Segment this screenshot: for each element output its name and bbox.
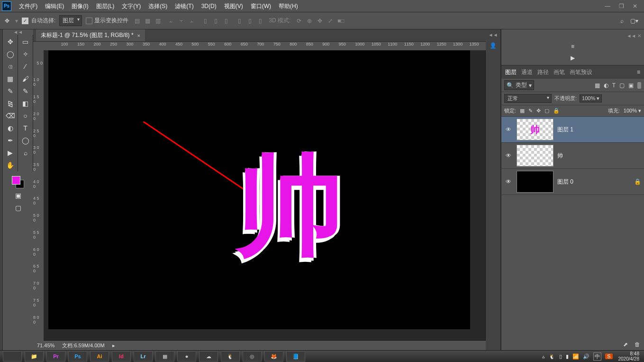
tray-icon[interactable]: 🐧 — [549, 353, 555, 360]
taskbar-app[interactable]: ◎ — [243, 351, 262, 362]
menu-item[interactable]: 文字(Y) — [118, 0, 145, 12]
taskbar-app[interactable]: Pr — [46, 351, 65, 362]
tray-icon[interactable]: ▮ — [566, 353, 569, 360]
taskbar-app[interactable]: ▦ — [155, 351, 174, 362]
tab-channels[interactable]: 通道 — [521, 68, 533, 76]
brush-tool[interactable]: 🖌 — [19, 73, 32, 85]
zoom-tool[interactable]: ⌕ — [19, 147, 32, 159]
blend-mode-dropdown[interactable]: 正常 — [504, 94, 552, 103]
visibility-toggle[interactable]: 👁 — [504, 126, 513, 133]
show-transform-checkbox[interactable] — [86, 18, 92, 24]
text-tool[interactable]: T — [19, 122, 32, 134]
move-tool[interactable]: ✥ — [4, 36, 17, 48]
tray-s[interactable]: S — [605, 353, 612, 359]
tab-layers[interactable]: 图层 — [505, 68, 517, 76]
delete-layer-icon[interactable]: 🗑 — [635, 341, 640, 348]
filter-text-icon[interactable]: T — [612, 82, 616, 89]
lock-pixels-icon[interactable]: ▦ — [520, 108, 525, 114]
wand-tool[interactable]: ✧ — [19, 48, 32, 60]
lock-artboard-icon[interactable]: ▢ — [544, 108, 549, 114]
color-swatches[interactable] — [11, 175, 25, 189]
healing-tool[interactable]: ✎ — [4, 85, 17, 97]
menu-item[interactable]: 编辑(E) — [41, 0, 68, 12]
taskbar-app[interactable]: 📁 — [25, 351, 44, 362]
autoselect-target-dropdown[interactable]: 图层 — [59, 15, 82, 26]
menu-item[interactable]: 帮助(H) — [275, 0, 302, 12]
tab-close-icon[interactable]: × — [137, 33, 140, 38]
lock-brush-icon[interactable]: ✎ — [528, 108, 533, 114]
panel-menu-icon[interactable]: ≡ — [637, 69, 640, 75]
tray-network-icon[interactable]: 📶 — [572, 353, 579, 360]
dodge-tool[interactable]: ○ — [19, 110, 32, 122]
pencil-tool[interactable]: ✎ — [19, 85, 32, 97]
taskbar-app[interactable]: Lr — [134, 351, 153, 362]
menu-item[interactable]: 3D(D) — [198, 0, 220, 12]
maximize-button[interactable]: ❐ — [619, 3, 624, 9]
play-icon[interactable]: ▶ — [571, 55, 575, 61]
tray-icon[interactable]: ▵ — [542, 353, 545, 360]
taskbar-clock[interactable]: 8:48 2020/4/28 — [617, 351, 642, 362]
blur-tool[interactable]: ◐ — [4, 122, 17, 134]
tab-paths[interactable]: 路径 — [537, 68, 549, 76]
taskbar-app[interactable]: ☁ — [199, 351, 218, 362]
visibility-toggle[interactable]: 👁 — [504, 178, 513, 185]
frame-tool[interactable]: ▦ — [4, 73, 17, 85]
toolbar-collapse[interactable]: ◄◄ — [3, 29, 33, 35]
ruler-icon[interactable]: ≡ — [571, 43, 574, 50]
tab-presets[interactable]: 画笔预设 — [570, 68, 592, 76]
menu-item[interactable]: 滤镜(T) — [171, 0, 197, 12]
lock-all-icon[interactable]: 🔒 — [553, 108, 560, 114]
filter-shape-icon[interactable]: ▢ — [619, 82, 625, 89]
layer-row[interactable]: 👁 帅 图层 1 — [501, 117, 644, 143]
hand-tool[interactable]: ✋ — [4, 159, 17, 171]
filter-toggle[interactable] — [637, 82, 641, 89]
tray-volume-icon[interactable]: 🔊 — [583, 353, 590, 360]
history-panel-icon[interactable]: 👤 — [488, 40, 499, 51]
filter-adjust-icon[interactable]: ◐ — [604, 82, 608, 89]
menu-item[interactable]: 视图(V) — [220, 0, 247, 12]
lock-position-icon[interactable]: ✥ — [536, 108, 541, 114]
autoselect-checkbox[interactable]: ✓ — [22, 18, 28, 24]
screenmode-toggle[interactable]: ▢ — [3, 202, 33, 214]
document-tab[interactable]: 未标题-1 @ 71.5% (图层 1, RGB/8) * × — [36, 29, 145, 41]
taskbar-app[interactable]: 📘 — [286, 351, 305, 362]
close-button[interactable]: ✕ — [633, 3, 637, 9]
crop-tool[interactable]: ⟃ — [4, 60, 17, 73]
filter-pixel-icon[interactable]: ▦ — [595, 82, 600, 89]
layer-row[interactable]: 👁 帅 — [501, 143, 644, 169]
taskbar-app[interactable]: ● — [177, 351, 196, 362]
workspace-switcher[interactable]: ▢▾ — [630, 18, 638, 24]
fill-value[interactable]: 100% ▾ — [624, 108, 641, 114]
tray-ime[interactable]: 中 — [593, 353, 601, 361]
menu-item[interactable]: 窗口(W) — [247, 0, 275, 12]
tray-icon[interactable]: ▯ — [559, 353, 562, 360]
status-more-icon[interactable]: ▸ — [112, 343, 115, 349]
menu-item[interactable]: 图像(I) — [68, 0, 92, 12]
eraser-tool[interactable]: ⌫ — [4, 110, 17, 122]
visibility-toggle[interactable]: 👁 — [504, 152, 513, 159]
quickmask-toggle[interactable]: ▣ — [3, 189, 33, 202]
opacity-value[interactable]: 100% ▾ — [580, 94, 602, 102]
link-layers-icon[interactable]: ⬈ — [623, 341, 628, 348]
filter-smart-icon[interactable]: ▣ — [628, 82, 634, 89]
layer-filter-dropdown[interactable]: 🔍类型▾ — [504, 80, 534, 90]
menu-item[interactable]: 图层(L) — [92, 0, 118, 12]
clone-tool[interactable]: ⧎ — [4, 97, 17, 110]
menu-item[interactable]: 选择(S) — [145, 0, 171, 12]
gradient-tool[interactable]: ◧ — [19, 97, 32, 110]
zoom-level[interactable]: 71.45% — [37, 343, 54, 348]
lasso-tool[interactable]: ◯ — [4, 48, 17, 60]
minimize-button[interactable]: — — [605, 3, 610, 9]
eyedropper-tool[interactable]: ⁄ — [19, 60, 32, 73]
shape-tool[interactable]: ◯ — [19, 134, 32, 147]
taskbar-app[interactable]: 🦊 — [264, 351, 283, 362]
taskbar-app[interactable]: Ps — [68, 351, 87, 362]
menu-item[interactable]: 文件(F) — [15, 0, 41, 12]
canvas[interactable]: 帅 — [44, 50, 486, 341]
taskbar-app[interactable]: Id — [112, 351, 131, 362]
taskbar-app[interactable]: 🐧 — [221, 351, 240, 362]
tab-brushes[interactable]: 画笔 — [553, 68, 565, 76]
marquee-tool[interactable]: ▭ — [19, 36, 32, 48]
pen-tool[interactable]: ✒ — [4, 134, 17, 147]
layer-row[interactable]: 👁 图层 0 🔒 — [501, 169, 644, 195]
